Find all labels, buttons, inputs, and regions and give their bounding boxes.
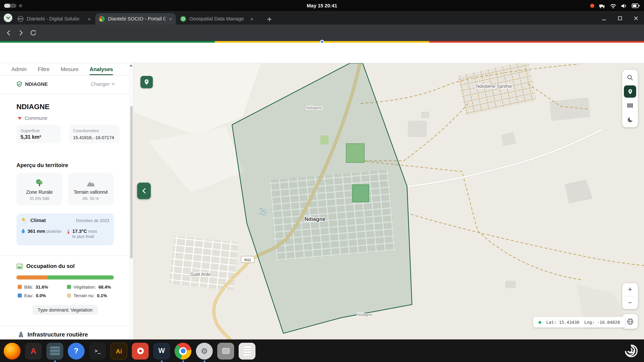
geo-favicon [180, 16, 186, 22]
stat-label: Superficie [20, 128, 57, 133]
tab-close-icon[interactable]: × [169, 16, 172, 22]
landuse-heading: Occupation du sol [16, 263, 75, 269]
stat-coordonnees: Coordonnées 15.41916, -16.07174 [69, 125, 120, 143]
change-label: Changer [91, 81, 110, 87]
legend-value: 68.4% [98, 284, 111, 289]
dock-app-a-icon[interactable]: A [25, 343, 42, 359]
thermometer-icon [66, 228, 70, 235]
window-controls [601, 13, 638, 23]
search-area-button[interactable] [624, 71, 636, 84]
card-subtitle: Alt. 50 m [82, 196, 99, 200]
tab-analyses[interactable]: Analyses [90, 63, 113, 75]
selected-territory-name: NDIAGNE [25, 81, 48, 87]
label-ndiagne-bottom: Ndiagne [357, 312, 372, 317]
brand-favicon [99, 16, 105, 22]
forward-button[interactable] [16, 28, 26, 37]
dock-text-editor-icon[interactable] [239, 343, 256, 359]
app-header: Diantebi SOCIO Données [0, 43, 644, 63]
tree-icon [34, 178, 44, 188]
legend-label: Terrain nu: [74, 293, 94, 298]
scrollbar-up-arrow[interactable] [129, 64, 133, 66]
legend-eau: Eau: 0.0% [18, 293, 46, 298]
divider [0, 326, 130, 326]
latitude-value: Lat: 15.43430 [546, 320, 579, 325]
dock-firefox-icon[interactable] [4, 343, 20, 359]
collapse-sidebar-button[interactable] [137, 183, 151, 199]
landuse-heading-label: Occupation du sol [26, 263, 75, 269]
workspace-indicator[interactable] [4, 4, 22, 8]
longitude-value: Lng: -16.04820 [584, 320, 620, 325]
running-indicator [182, 360, 184, 362]
dock-file-cabinet-icon[interactable] [46, 343, 63, 359]
browser-tab-2-active[interactable]: Diantebi SOCIO - Portail G × [95, 13, 176, 25]
globe-icon [626, 318, 634, 325]
tab-title: Geospatial Data Manage [189, 16, 247, 22]
tab-filtre[interactable]: Filtre [38, 63, 50, 75]
map-tool-panel [622, 70, 638, 127]
landscape-icon [16, 263, 23, 269]
tab-mesure[interactable]: Mesure [61, 63, 78, 75]
zoom-in-button[interactable]: + [622, 283, 638, 296]
legend-label: Végétation: [74, 284, 96, 289]
tab-search-button[interactable] [4, 13, 12, 22]
territory-selector: NDIAGNE Changer [16, 81, 115, 87]
map-canvas[interactable]: N11 Ndiagne Ndiagne Ndiobène Santhie Gué… [134, 63, 644, 339]
dock-screenshot-icon[interactable] [217, 343, 234, 359]
legend-swatch [18, 294, 22, 298]
tab-close-icon[interactable]: × [250, 16, 254, 22]
change-territory-button[interactable]: Changer [91, 81, 115, 87]
zoom-out-button[interactable]: − [622, 296, 638, 309]
columns-icon [627, 102, 633, 109]
coordinates-dot-icon [538, 321, 541, 324]
analysis-sidebar: Admin Filtre Mesure Analyses NDIAGNE Cha… [0, 63, 134, 339]
layers-button[interactable] [624, 99, 636, 112]
dock-red-app-icon[interactable] [132, 343, 148, 359]
minimize-button[interactable] [601, 15, 606, 20]
dock-help-icon[interactable]: ? [68, 343, 84, 359]
system-tray[interactable] [590, 0, 640, 11]
volume-icon [621, 3, 627, 8]
add-marker-button[interactable] [140, 76, 153, 88]
locate-territory-button[interactable] [624, 85, 636, 97]
reload-button[interactable] [29, 28, 38, 37]
legend-value: 31.6% [36, 284, 48, 289]
w-glyph: W [158, 347, 165, 355]
clock[interactable]: May 15 20:41 [307, 0, 337, 11]
dock-settings-icon[interactable]: ⚙ [196, 343, 213, 359]
territory-title: NDIAGNE [16, 103, 50, 111]
dark-mode-button[interactable] [624, 113, 636, 125]
legend-vegetation: Végétation: 68.4% [67, 284, 111, 289]
pin-icon [144, 79, 150, 85]
territory-type: Commune [18, 115, 47, 121]
new-tab-button[interactable] [265, 15, 274, 23]
rain-value: 361 mm [28, 228, 45, 234]
dock: A ? >_ Ai W ⚙ [0, 339, 644, 362]
dock-terminal-icon[interactable]: >_ [89, 343, 106, 359]
label-ndiobene-santhie: Ndiobène Santhie [476, 84, 512, 89]
climate-title: Climat [30, 218, 46, 223]
browser-tab-3[interactable]: Geospatial Data Manage × [176, 13, 257, 25]
road-badge-n11: N11 [241, 256, 254, 263]
territory-badge-icon [16, 81, 22, 87]
infrastructure-heading: Infrastructure routière [18, 331, 88, 338]
dock-illustrator-icon[interactable]: Ai [110, 343, 127, 359]
legend-value: 0.0% [36, 293, 46, 298]
tab-admin[interactable]: Admin [12, 63, 27, 75]
close-button[interactable] [633, 15, 638, 20]
commune-marker-icon [18, 117, 22, 120]
dock-spiral-icon[interactable] [623, 343, 640, 359]
pin-icon [627, 88, 633, 95]
tab-close-icon[interactable]: × [88, 16, 91, 22]
scrollbar-thumb[interactable] [130, 106, 133, 259]
rain-label: pluie/an [46, 229, 61, 234]
back-button[interactable] [4, 28, 13, 37]
browser-tab-1[interactable]: Diantebi - Digital Solutio × [14, 13, 94, 25]
sidebar-scrollbar[interactable] [129, 63, 133, 339]
maximize-button[interactable] [617, 15, 622, 20]
dock-w-app-icon[interactable]: W [153, 343, 170, 359]
landuse-bar [16, 275, 114, 279]
territory-overview-heading: Aperçu du territoire [16, 162, 68, 168]
stat-superficie: Superficie 5,31 km² [16, 125, 61, 143]
legend-label: Eau: [24, 293, 33, 298]
dock-chrome-icon[interactable] [174, 343, 191, 359]
